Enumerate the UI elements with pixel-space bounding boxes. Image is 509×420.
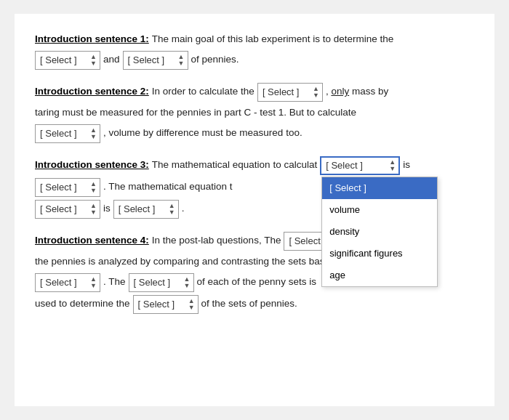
intro1-select2-arrows: ▲▼ [178, 54, 185, 67]
intro1-text: The main goal of this lab experiment is … [152, 31, 393, 48]
intro3-dropdown-item-4[interactable]: age [322, 264, 437, 286]
intro4-select3[interactable]: [ Select ] ▲▼ [129, 273, 194, 292]
intro4-text-before: In the post-lab questions, The [152, 233, 281, 249]
intro2-line1: Introduction sentence 2: In order to cal… [35, 83, 474, 102]
intro4-select4[interactable]: [ Select ] ▲▼ [133, 295, 199, 314]
section-intro1: Introduction sentence 1: The main goal o… [35, 31, 474, 70]
intro2-select1[interactable]: [ Select ] ▲▼ [257, 83, 323, 102]
intro3-select3[interactable]: [ Select ] ▲▼ [35, 200, 100, 219]
intro3-select3-arrows: ▲▼ [90, 203, 97, 216]
section-intro3: Introduction sentence 3: The mathematica… [35, 156, 474, 219]
intro4-row3-between: . The [103, 274, 126, 291]
intro2-select2-arrows: ▲▼ [90, 127, 97, 140]
intro3-is-text: is [403, 157, 410, 174]
intro1-line2: [ Select ] ▲▼ and [ Select ] ▲▼ of penni… [35, 51, 474, 70]
intro2-label: Introduction sentence 2: [35, 84, 149, 100]
intro3-select2-arrows: ▲▼ [90, 181, 97, 194]
intro2-line3: [ Select ] ▲▼ , volume by difference mus… [35, 124, 474, 143]
intro1-after: of pennies. [191, 52, 239, 68]
intro3-dropdown-item-0[interactable]: [ Select ] [322, 177, 437, 199]
intro4-row4-after: of the sets of pennies. [201, 296, 297, 312]
intro4-label: Introduction sentence 4: [35, 233, 149, 249]
intro2-row3-after: , volume by difference must be measured … [103, 125, 302, 142]
intro3-select-open-label: [ Select ] [326, 158, 386, 174]
intro3-line1: Introduction sentence 3: The mathematica… [35, 156, 474, 175]
main-page: Introduction sentence 1: The main goal o… [15, 14, 494, 406]
intro2-text-mid: , only mass by [326, 84, 388, 100]
intro3-select-open[interactable]: [ Select ] ▲▼ [ Select ] volume density … [320, 156, 400, 175]
intro4-select3-label: [ Select ] [134, 275, 181, 291]
intro3-select-open-arrows: ▲▼ [389, 159, 396, 172]
intro3-dropdown-item-3[interactable]: significant figures [322, 243, 437, 264]
intro2-select2-label: [ Select ] [40, 126, 87, 142]
intro1-select1[interactable]: [ Select ] ▲▼ [35, 51, 100, 70]
intro3-select4[interactable]: [ Select ] ▲▼ [113, 200, 179, 219]
intro3-select4-arrows: ▲▼ [169, 203, 175, 216]
intro3-dropdown-item-2[interactable]: density [322, 221, 437, 243]
intro3-text-before: The mathematical equation to calculat [152, 157, 317, 174]
intro1-label: Introduction sentence 1: [35, 31, 149, 48]
intro3-end: . [182, 201, 185, 217]
intro3-select2[interactable]: [ Select ] ▲▼ [35, 178, 100, 197]
intro2-select1-label: [ Select ] [262, 84, 310, 100]
intro3-is: is [103, 201, 111, 217]
intro1-select2-label: [ Select ] [128, 52, 175, 68]
intro3-label: Introduction sentence 3: [35, 157, 149, 174]
intro4-select2[interactable]: [ Select ] ▲▼ [35, 273, 100, 292]
intro4-row3-after: of each of the penny sets is [197, 274, 316, 291]
intro3-dropdown-item-1[interactable]: volume [322, 199, 437, 221]
intro1-select1-arrows: ▲▼ [90, 54, 97, 67]
intro2-row2-text: taring must be measured for the pennies … [35, 105, 356, 121]
intro4-row2-text: the pennies is analyzed by comparing and… [35, 254, 349, 270]
intro3-select4-label: [ Select ] [119, 201, 166, 217]
intro1-select1-label: [ Select ] [40, 52, 87, 68]
intro4-select2-label: [ Select ] [40, 275, 87, 291]
section-intro2: Introduction sentence 2: In order to cal… [35, 83, 474, 143]
intro3-select2-label: [ Select ] [40, 179, 87, 195]
intro4-row4-text: used to determine the [35, 296, 130, 312]
intro4-select4-arrows: ▲▼ [188, 298, 195, 311]
intro3-select3-label: [ Select ] [40, 201, 87, 217]
intro1-and: and [103, 52, 120, 68]
intro3-row2-between: . The mathematical equation t [103, 179, 233, 195]
intro4-select2-arrows: ▲▼ [90, 276, 97, 289]
intro2-text-before: In order to calculate the [152, 84, 254, 100]
intro2-select2[interactable]: [ Select ] ▲▼ [35, 124, 100, 143]
intro4-select3-arrows: ▲▼ [184, 276, 191, 289]
intro4-line4: used to determine the [ Select ] ▲▼ of t… [35, 295, 474, 314]
intro1-select2[interactable]: [ Select ] ▲▼ [123, 51, 188, 70]
intro4-select4-label: [ Select ] [138, 296, 185, 312]
intro1-line1: Introduction sentence 1: The main goal o… [35, 31, 474, 48]
intro2-select1-arrows: ▲▼ [313, 86, 319, 99]
intro3-dropdown-menu: [ Select ] volume density significant fi… [321, 177, 438, 287]
intro2-line2: taring must be measured for the pennies … [35, 105, 474, 121]
